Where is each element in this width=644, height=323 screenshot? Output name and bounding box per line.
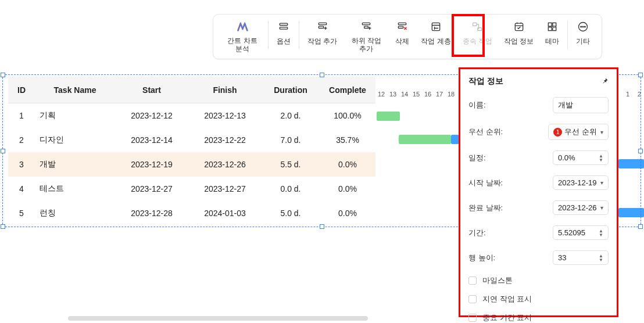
add-subtask-icon bbox=[360, 20, 373, 33]
field-input-end[interactable]: 2023-12-26 ▾ bbox=[553, 200, 609, 215]
resize-handle[interactable] bbox=[638, 224, 643, 229]
checkbox-critical[interactable]: 중요 기간 표시 bbox=[468, 313, 609, 323]
cell-complete: 0.0% bbox=[320, 209, 375, 218]
toolbar-label: 작업 계층 bbox=[421, 37, 450, 46]
cell-name: 기획 bbox=[35, 110, 115, 121]
cell-start: 2023-12-28 bbox=[115, 209, 188, 218]
toolbar-options[interactable]: 옵션 bbox=[271, 19, 296, 48]
gantt-bar[interactable] bbox=[618, 208, 644, 217]
table-row[interactable]: 4테스트2023-12-272023-12-270.0 d.0.0% bbox=[8, 177, 375, 201]
col-header-duration[interactable]: Duration bbox=[262, 85, 320, 95]
toolbar-label: 테마 bbox=[545, 37, 559, 46]
timeline-day: 16 bbox=[422, 91, 434, 98]
spinner-icon[interactable]: ▲▼ bbox=[599, 154, 603, 162]
cell-start: 2023-12-19 bbox=[115, 160, 188, 169]
cell-name: 런칭 bbox=[35, 208, 115, 218]
field-input-progress[interactable]: 0.0% ▲▼ bbox=[553, 150, 609, 165]
spinner-icon[interactable]: ▲▼ bbox=[599, 254, 603, 262]
toolbar-more[interactable]: 기타 bbox=[570, 19, 596, 48]
checkbox-icon bbox=[468, 277, 477, 285]
toolbar-divider bbox=[299, 20, 299, 49]
spinner-icon[interactable]: ▲▼ bbox=[599, 229, 603, 237]
toolbar-task-info[interactable]: 작업 정보 bbox=[498, 19, 539, 48]
resize-handle[interactable] bbox=[1, 73, 5, 77]
checkbox-delayed[interactable]: 지연 작업 표시 bbox=[468, 294, 609, 304]
gantt-bar[interactable] bbox=[451, 135, 459, 144]
logo-icon bbox=[236, 20, 249, 33]
cell-finish: 2023-12-27 bbox=[188, 184, 262, 193]
field-label-rowheight: 행 높이: bbox=[468, 253, 495, 263]
gantt-bar[interactable] bbox=[399, 135, 451, 144]
resize-handle[interactable] bbox=[638, 149, 643, 153]
gantt-bar[interactable] bbox=[377, 112, 400, 121]
toolbar-label: 작업 정보 bbox=[504, 37, 534, 46]
cell-complete: 35.7% bbox=[320, 135, 375, 145]
cell-finish: 2023-12-22 bbox=[188, 135, 262, 145]
toolbar-label: 간트 차트 분석 bbox=[225, 37, 260, 53]
svg-rect-10 bbox=[478, 28, 482, 31]
timeline-day: 12 bbox=[375, 91, 387, 98]
toolbar-add-task[interactable]: 작업 추가 bbox=[302, 19, 343, 48]
field-input-start[interactable]: 2023-12-19 ▾ bbox=[553, 175, 609, 190]
svg-rect-2 bbox=[319, 23, 326, 24]
popout-icon[interactable] bbox=[550, 22, 557, 33]
resize-handle[interactable] bbox=[1, 149, 5, 153]
field-input-name[interactable]: 개발 bbox=[553, 97, 609, 113]
resize-handle[interactable] bbox=[638, 73, 643, 77]
add-task-icon bbox=[316, 20, 329, 33]
cell-duration: 7.0 d. bbox=[262, 135, 320, 145]
field-label-priority: 우선 순위: bbox=[468, 127, 503, 137]
toolbar-divider bbox=[567, 20, 568, 49]
toolbar-divider bbox=[268, 20, 269, 49]
cell-finish: 2023-12-26 bbox=[188, 160, 262, 169]
field-label-duration: 기간: bbox=[468, 228, 486, 238]
field-input-rowheight[interactable]: 33 ▲▼ bbox=[553, 250, 609, 265]
timeline-day: 1 bbox=[622, 91, 634, 98]
checkbox-milestone[interactable]: 마일스톤 bbox=[468, 275, 609, 286]
svg-rect-6 bbox=[399, 23, 406, 24]
cell-id: 5 bbox=[8, 209, 35, 218]
toolbar: 간트 차트 분석 옵션 작업 추가 하위 작업 추가 삭제 작업 계층 종속 작… bbox=[213, 14, 602, 59]
col-header-finish[interactable]: Finish bbox=[188, 85, 262, 95]
col-header-complete[interactable]: Complete bbox=[320, 85, 375, 95]
cell-start: 2023-12-27 bbox=[115, 184, 188, 193]
toolbar-dependency: 종속 작업 bbox=[457, 19, 498, 48]
col-header-start[interactable]: Start bbox=[115, 85, 188, 95]
priority-badge: 1 bbox=[553, 128, 562, 137]
cell-complete: 0.0% bbox=[320, 184, 375, 193]
toolbar-label: 삭제 bbox=[395, 37, 409, 46]
resize-handle[interactable] bbox=[1, 224, 5, 229]
table-row[interactable]: 3개발2023-12-192023-12-265.5 d.0.0% bbox=[8, 152, 375, 177]
toolbar-hierarchy[interactable]: 작업 계층 bbox=[415, 19, 456, 48]
field-label-name: 이름: bbox=[468, 100, 486, 110]
cell-start: 2023-12-12 bbox=[115, 111, 188, 120]
checkbox-icon bbox=[468, 314, 477, 322]
svg-rect-7 bbox=[399, 26, 403, 28]
timeline-day: 13 bbox=[387, 91, 399, 98]
table-row[interactable]: 1기획2023-12-122023-12-132.0 d.100.0% bbox=[8, 103, 375, 128]
delete-icon bbox=[396, 20, 409, 33]
horizontal-scrollbar[interactable] bbox=[68, 316, 368, 321]
field-input-priority[interactable]: 1우선 순위 ▾ bbox=[548, 124, 609, 140]
cell-duration: 5.5 d. bbox=[262, 160, 320, 169]
col-header-name[interactable]: Task Name bbox=[35, 85, 115, 95]
toolbar-gantt-analyze[interactable]: 간트 차트 분석 bbox=[219, 19, 266, 54]
pin-icon[interactable] bbox=[602, 77, 609, 86]
chevron-down-icon: ▾ bbox=[600, 129, 603, 135]
svg-rect-4 bbox=[363, 23, 370, 24]
hierarchy-icon bbox=[430, 20, 442, 33]
table-row[interactable]: 2디자인2023-12-142023-12-227.0 d.35.7% bbox=[8, 128, 375, 152]
toolbar-add-subtask[interactable]: 하위 작업 추가 bbox=[343, 19, 389, 54]
cell-finish: 2024-01-03 bbox=[188, 209, 262, 218]
svg-rect-0 bbox=[280, 23, 287, 25]
cell-complete: 100.0% bbox=[320, 111, 375, 120]
cell-id: 2 bbox=[8, 135, 35, 145]
cell-duration: 0.0 d. bbox=[262, 184, 320, 193]
table-row[interactable]: 5런칭2023-12-282024-01-035.0 d.0.0% bbox=[8, 201, 375, 225]
field-input-duration[interactable]: 5.52095 ▲▼ bbox=[553, 225, 609, 240]
svg-point-17 bbox=[581, 26, 582, 27]
gantt-bar[interactable] bbox=[618, 159, 644, 168]
toolbar-delete[interactable]: 삭제 bbox=[389, 19, 415, 48]
panel-title-row: 작업 정보 bbox=[468, 76, 609, 87]
col-header-id[interactable]: ID bbox=[8, 85, 35, 95]
